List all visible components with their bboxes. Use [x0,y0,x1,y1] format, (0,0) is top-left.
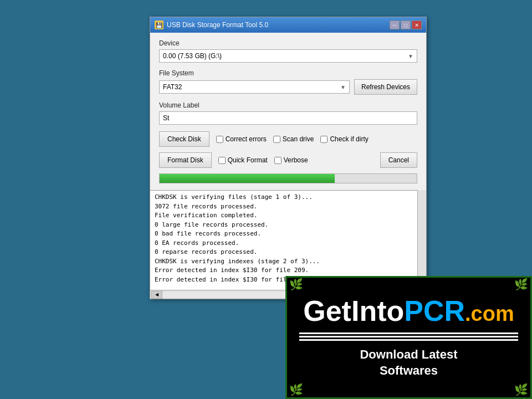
watermark-lines [299,331,518,342]
disk-icon: 💾 [155,21,163,29]
format-disk-button[interactable]: Format Disk [159,152,212,168]
filesystem-dropdown[interactable]: FAT32 ▼ [159,80,350,94]
holly-decoration-bl: 🌿 [289,383,303,396]
scrollbar[interactable] [417,190,426,290]
watermark-overlay: 🌿 🌿 GetIntoPCR.com Download Latest Softw… [285,276,532,399]
title-bar: 💾 USB Disk Storage Format Tool 5.0 ─ □ ✕ [150,17,426,33]
quick-format-group: Quick Format [218,156,268,164]
verbose-label: Verbose [284,156,308,164]
holly-decoration-br: 🌿 [514,383,528,396]
correct-errors-label: Correct errors [226,135,267,143]
watermark-into: Into [351,295,404,327]
check-if-dirty-label: Check if dirty [330,135,368,143]
log-line: 0 bad file records processed. [155,229,422,239]
minimize-button[interactable]: ─ [390,21,400,29]
wm-line-2 [299,336,518,337]
watermark-line1: Download Latest [360,347,457,361]
check-disk-row: Check Disk Correct errors Scan drive Che… [159,131,417,147]
log-line: 0 EA records processed. [155,239,422,248]
device-value: 0.00 (7.53 GB) (G:\) [163,52,222,60]
cancel-button[interactable]: Cancel [380,152,417,168]
quick-format-label: Quick Format [228,156,268,164]
watermark-com: .com [465,302,514,325]
watermark-title: GetIntoPCR.com [303,296,514,325]
filesystem-group: File System FAT32 ▼ Refresh Devices [159,69,417,95]
form-content: Device 0.00 (7.53 GB) (G:\) ▼ File Syste… [150,33,426,190]
filesystem-dropdown-arrow: ▼ [340,84,346,90]
volume-label-label: Volume Label [159,101,417,109]
verbose-checkbox[interactable] [274,157,282,164]
desktop: 💾 USB Disk Storage Format Tool 5.0 ─ □ ✕… [0,0,532,399]
scan-drive-checkbox[interactable] [273,136,280,143]
holly-decoration-tr: 🌿 [514,278,528,291]
volume-input[interactable] [159,111,417,125]
log-line: 0 large file records processed. [155,221,422,230]
wm-line-1 [299,332,518,334]
log-line: CHKDSK is verifying files (stage 1 of 3)… [155,193,422,202]
log-line: 0 reparse records processed. [155,248,422,257]
log-line: File verification completed. [155,211,422,221]
scan-drive-label: Scan drive [283,135,314,143]
device-label: Device [159,39,417,47]
title-controls: ─ □ ✕ [390,21,422,29]
log-container: CHKDSK is verifying files (stage 1 of 3)… [150,190,426,290]
log-area[interactable]: CHKDSK is verifying files (stage 1 of 3)… [150,190,426,290]
maximize-button[interactable]: □ [401,21,411,29]
scroll-left-btn[interactable]: ◀ [151,291,162,299]
check-if-dirty-group: Check if dirty [320,135,368,143]
device-group: Device 0.00 (7.53 GB) (G:\) ▼ [159,39,417,63]
title-bar-left: 💾 USB Disk Storage Format Tool 5.0 [155,21,268,29]
volume-label-group: Volume Label [159,101,417,125]
watermark-bottom-text: Download Latest Softwares [360,347,457,378]
correct-errors-group: Correct errors [216,135,267,143]
quick-format-checkbox[interactable] [218,157,226,164]
close-button[interactable]: ✕ [412,21,422,29]
check-if-dirty-checkbox[interactable] [320,136,328,143]
scan-drive-group: Scan drive [273,135,314,143]
check-disk-button[interactable]: Check Disk [159,131,209,147]
refresh-devices-button[interactable]: Refresh Devices [354,79,417,95]
verbose-group: Verbose [274,156,308,164]
watermark-get: Get [303,295,351,327]
holly-decoration-tl: 🌿 [289,278,303,291]
dialog-window: 💾 USB Disk Storage Format Tool 5.0 ─ □ ✕… [150,17,427,299]
watermark-pcr: PCR [404,295,465,327]
log-line: Error detected in index $I30 for file 20… [155,266,422,275]
device-dropdown[interactable]: 0.00 (7.53 GB) (G:\) ▼ [159,49,417,63]
log-line: CHKDSK is verifying indexes (stage 2 of … [155,257,422,267]
correct-errors-checkbox[interactable] [216,136,223,143]
window-title: USB Disk Storage Format Tool 5.0 [167,21,268,29]
device-dropdown-arrow: ▼ [408,53,413,59]
watermark-line2: Softwares [380,364,438,377]
progress-bar [160,174,335,183]
filesystem-value: FAT32 [163,83,182,91]
format-disk-row: Format Disk Quick Format Verbose Cancel [159,152,417,168]
log-line: 3072 file records processed. [155,202,422,212]
progress-container [159,173,417,183]
wm-line-3 [299,339,518,341]
filesystem-label: File System [159,69,417,77]
